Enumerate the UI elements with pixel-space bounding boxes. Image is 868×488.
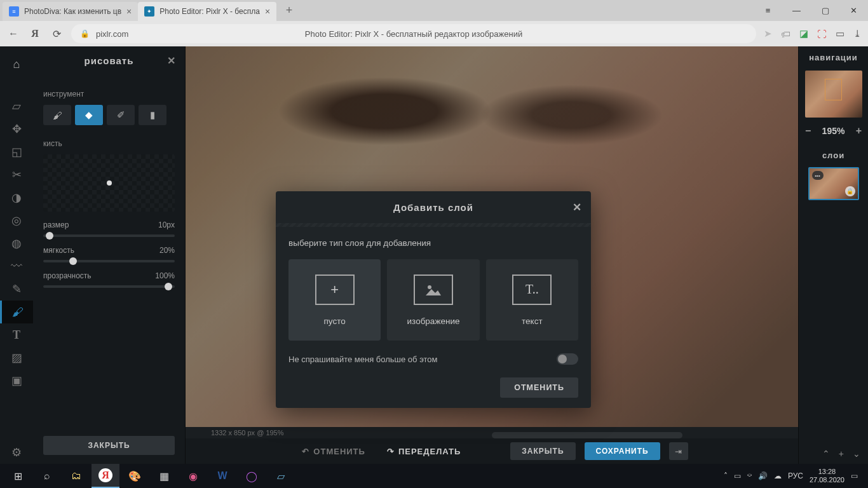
yandex-icon[interactable]: Я: [28, 27, 42, 41]
explorer-icon[interactable]: 🗂: [62, 464, 90, 488]
opacity-value: 100%: [155, 271, 175, 280]
dont-ask-label: Не спрашивайте меня больше об этом: [288, 355, 437, 364]
properties-tool-icon[interactable]: ▱: [0, 95, 33, 118]
layer-type-text[interactable]: T.. текст: [486, 259, 578, 341]
face-detect-box: [825, 79, 842, 100]
close-icon[interactable]: ×: [265, 6, 270, 17]
close-button[interactable]: ЗАКРЫТЬ: [510, 442, 575, 460]
battery-tray-icon[interactable]: ▭: [734, 471, 741, 480]
url-text: pixlr.com: [96, 29, 128, 39]
close-panel-icon[interactable]: ✕: [167, 55, 176, 67]
liquify-tool-icon[interactable]: 〰: [0, 255, 33, 278]
search-icon[interactable]: ⌕: [33, 464, 61, 488]
settings-icon[interactable]: ⚙: [0, 441, 33, 464]
image-icon: [414, 274, 453, 305]
layer-type-empty[interactable]: + пусто: [288, 259, 381, 341]
text-tool-icon[interactable]: T: [0, 323, 33, 346]
paint-icon[interactable]: 🎨: [121, 464, 149, 488]
url-field[interactable]: 🔒 pixlr.com Photo Editor: Pixlr X - бесп…: [71, 24, 756, 43]
clock[interactable]: 13:28 27.08.2020: [810, 468, 844, 484]
wifi-tray-icon[interactable]: ⌔: [747, 471, 752, 480]
dont-ask-toggle[interactable]: [557, 353, 578, 365]
modal-close-icon[interactable]: ✕: [573, 201, 582, 214]
cut-tool-icon[interactable]: ✂: [0, 163, 33, 186]
size-value: 10px: [158, 220, 175, 229]
size-slider[interactable]: [43, 234, 175, 237]
undo-icon: ↶: [302, 447, 309, 456]
clock-date: 27.08.2020: [810, 476, 844, 484]
save-button[interactable]: СОХРАНИТЬ: [585, 442, 660, 460]
volume-tray-icon[interactable]: 🔊: [758, 471, 768, 480]
fill-mode-icon[interactable]: ▮: [139, 105, 166, 125]
layer-thumb[interactable]: ••• 🔒: [808, 167, 859, 200]
layer-lock-icon[interactable]: 🔒: [845, 186, 855, 196]
size-slider-row: размер10px: [43, 220, 175, 237]
tab-pixlr[interactable]: ✦ Photo Editor: Pixlr X - беспла ×: [138, 2, 276, 21]
opacity-slider[interactable]: [43, 285, 175, 288]
layer-type-image[interactable]: изображение: [387, 259, 479, 341]
notes-icon[interactable]: ▱: [267, 464, 295, 488]
calculator-icon[interactable]: ▦: [150, 464, 178, 488]
crop-tool-icon[interactable]: ◱: [0, 140, 33, 163]
browser-menu-icon[interactable]: ≡: [754, 0, 782, 21]
send-icon[interactable]: ➤: [764, 28, 772, 39]
panel-close-button[interactable]: ЗАКРЫТЬ: [43, 436, 175, 455]
tool-rail: ⌂ ▱ ✥ ◱ ✂ ◑ ◎ ◍ 〰 ✎ 🖌 T ▨ ▣ ⚙: [0, 46, 33, 464]
navigator-thumb[interactable]: [805, 71, 862, 118]
element-tool-icon[interactable]: ▨: [0, 346, 33, 369]
layer-type-label: пусто: [324, 316, 346, 326]
effect-tool-icon[interactable]: ◎: [0, 209, 33, 232]
expand-icon[interactable]: ⇥: [669, 442, 688, 460]
app-icon[interactable]: ◉: [179, 464, 207, 488]
back-button[interactable]: ←: [6, 27, 20, 41]
language-indicator[interactable]: РУС: [788, 471, 803, 480]
word-icon[interactable]: W: [208, 464, 236, 488]
zoom-out-button[interactable]: −: [805, 125, 811, 137]
close-window-icon[interactable]: ✕: [839, 0, 868, 21]
tray-chevron-icon[interactable]: ˄: [724, 471, 728, 480]
battery-icon[interactable]: ▭: [836, 28, 844, 39]
horizontal-scrollbar[interactable]: [492, 432, 682, 438]
address-extensions: ➤ 🏷 ◪ ⛶ ▭ ⤓: [764, 28, 862, 39]
brush-preview[interactable]: [43, 154, 175, 212]
zoom-in-button[interactable]: +: [856, 125, 862, 137]
color-picker-mode-icon[interactable]: ✐: [107, 105, 135, 125]
dont-ask-row: Не спрашивайте меня больше об этом: [288, 353, 578, 365]
softness-slider[interactable]: [43, 260, 175, 262]
redo-button[interactable]: ↷ПЕРЕДЕЛАТЬ: [381, 443, 467, 460]
address-bar: ← Я ⟳ 🔒 pixlr.com Photo Editor: Pixlr X …: [0, 21, 868, 46]
chevron-up-icon[interactable]: ⌃: [822, 449, 830, 459]
shield-ext-icon[interactable]: ◪: [799, 28, 808, 39]
app2-icon[interactable]: ◯: [238, 464, 266, 488]
cloud-tray-icon[interactable]: ☁: [774, 471, 782, 480]
arrange-tool-icon[interactable]: ✥: [0, 118, 33, 140]
frame-ext-icon[interactable]: ⛶: [817, 29, 827, 39]
download-icon[interactable]: ⤓: [853, 28, 862, 39]
notifications-icon[interactable]: ▭: [851, 471, 858, 480]
brush-label: кисть: [43, 139, 175, 148]
tab-photodiva[interactable]: ≡ PhotoDiva: Как изменить цв ×: [3, 2, 138, 21]
layer-menu-icon[interactable]: •••: [812, 171, 824, 180]
minimize-icon[interactable]: —: [782, 0, 811, 21]
home-icon[interactable]: ⌂: [0, 53, 33, 76]
close-icon[interactable]: ×: [126, 6, 132, 17]
new-tab-button[interactable]: +: [280, 2, 298, 20]
windows-taskbar: ⊞ ⌕ 🗂 Я 🎨 ▦ ◉ W ◯ ▱ ˄ ▭ ⌔ 🔊 ☁ РУС 13:28 …: [0, 464, 868, 488]
filter-tool-icon[interactable]: ◍: [0, 232, 33, 255]
add-layer-icon[interactable]: +: [839, 449, 844, 459]
reload-button[interactable]: ⟳: [50, 27, 64, 41]
draw-tool-icon[interactable]: 🖌: [0, 301, 33, 323]
yandex-browser-icon[interactable]: Я: [92, 464, 119, 488]
eraser-mode-icon[interactable]: ◆: [75, 105, 103, 125]
bookmark-icon[interactable]: 🏷: [781, 29, 790, 39]
adjust-tool-icon[interactable]: ◑: [0, 186, 33, 209]
undo-button[interactable]: ↶ОТМЕНИТЬ: [295, 443, 372, 460]
brush-mode-icon[interactable]: 🖌: [43, 105, 71, 125]
add-image-tool-icon[interactable]: ▣: [0, 369, 33, 392]
maximize-icon[interactable]: ▢: [811, 0, 839, 21]
retouch-tool-icon[interactable]: ✎: [0, 278, 33, 301]
modal-cancel-button[interactable]: ОТМЕНИТЬ: [500, 377, 578, 398]
softness-value: 20%: [159, 246, 175, 255]
start-icon[interactable]: ⊞: [4, 464, 32, 488]
chevron-down-icon[interactable]: ⌄: [853, 449, 860, 459]
